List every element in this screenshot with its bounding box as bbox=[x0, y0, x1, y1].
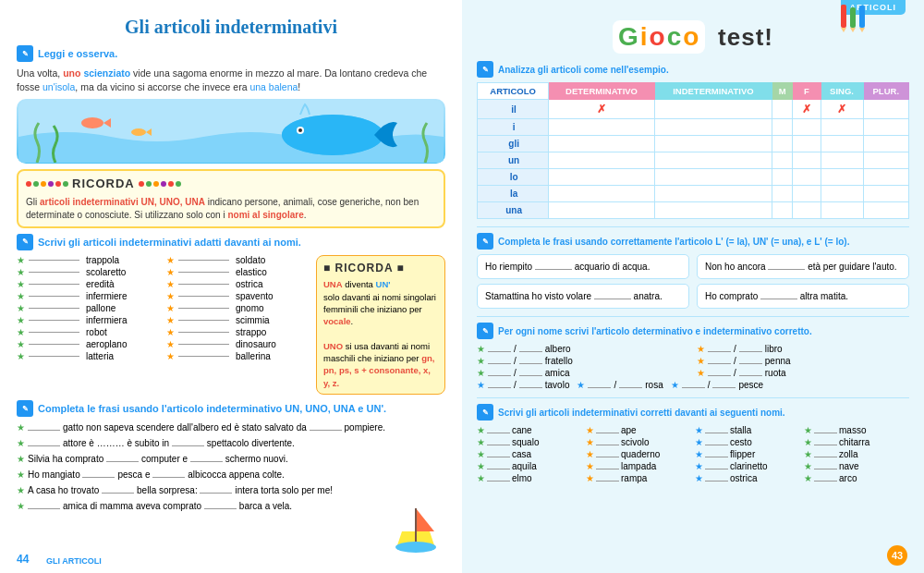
list-item: ★ape bbox=[586, 425, 691, 435]
td-ind bbox=[654, 169, 772, 186]
divider-2 bbox=[477, 316, 909, 317]
svg-point-6 bbox=[131, 128, 146, 136]
td-articolo: i bbox=[478, 119, 549, 136]
td-m bbox=[772, 202, 792, 219]
table-row: il ✗ ✗ ✗ bbox=[478, 100, 909, 119]
pencils-decoration bbox=[836, 5, 873, 34]
list-item: ★pallone bbox=[17, 303, 157, 313]
list-item: ★/rosa bbox=[577, 380, 663, 390]
page-num-left: 44 bbox=[17, 553, 29, 566]
exercise3-section: ✎ Completa le frasi usando l'articolo in… bbox=[17, 400, 445, 513]
list-item: ★elastico bbox=[166, 267, 307, 277]
td-articolo: il bbox=[478, 100, 549, 119]
list-item: ★robot bbox=[17, 327, 157, 337]
list-item: ★infermiera bbox=[17, 315, 157, 325]
table-row: la bbox=[478, 186, 909, 202]
list-item: ★/fratello bbox=[477, 356, 689, 366]
td-plur bbox=[863, 186, 908, 202]
list-item: ★aquila bbox=[477, 461, 582, 471]
td-det bbox=[549, 186, 655, 202]
td-sing bbox=[821, 169, 863, 186]
exercise4-icon: ✎ bbox=[477, 404, 493, 421]
section1-label: ✎ Leggi e osserva. bbox=[17, 45, 445, 62]
list-item: ★Silvia ha comprato computer e schermo n… bbox=[17, 453, 445, 466]
ricorda2-title: ■ RICORDA ■ bbox=[323, 261, 438, 276]
td-sing: ✗ bbox=[821, 100, 863, 119]
name-pairs-grid: ★/albero ★/libro ★/fratello ★/penna ★/am… bbox=[477, 344, 909, 378]
td-ind bbox=[654, 119, 772, 136]
name-pairs-col3: ★/tavolo ★/rosa ★/pesce bbox=[477, 380, 909, 390]
table-row: i bbox=[478, 119, 909, 136]
title-test: test! bbox=[718, 23, 773, 51]
list-item: ★/libro bbox=[697, 344, 909, 354]
td-plur bbox=[863, 152, 908, 169]
fill-boxes: Ho riempito acquario di acqua. Non ho an… bbox=[477, 254, 909, 279]
table-row: lo bbox=[478, 169, 909, 186]
exercise3-label: ✎ Completa le frasi usando l'articolo in… bbox=[17, 400, 445, 417]
list-item: ★infermiere bbox=[17, 291, 157, 301]
divider-1 bbox=[477, 226, 909, 227]
list-item: ★/ruota bbox=[697, 368, 909, 378]
td-m bbox=[772, 186, 792, 202]
list-item: ★arco bbox=[804, 473, 909, 483]
gioco-box: Gioco bbox=[613, 20, 705, 54]
exercise2-section: ✎ Completa le frasi usando correttamente… bbox=[477, 233, 909, 309]
list-item: ★soldato bbox=[166, 255, 307, 265]
th-m: M bbox=[772, 83, 792, 100]
intro-text: Una volta, uno scienziato vide una sagom… bbox=[17, 67, 445, 93]
list-item: ★aeroplano bbox=[17, 339, 157, 349]
section1-icon: ✎ bbox=[17, 45, 33, 62]
td-f bbox=[793, 136, 821, 152]
svg-point-5 bbox=[81, 117, 103, 128]
td-f bbox=[793, 119, 821, 136]
td-det bbox=[549, 202, 655, 219]
td-plur bbox=[863, 100, 908, 119]
svg-marker-14 bbox=[850, 28, 856, 32]
ricorda-box-1: RICORDA Gli articoli indeterminativi UN,… bbox=[17, 169, 445, 227]
exercise2-grid: ★trappola ★scolaretto ★eredità ★infermie… bbox=[17, 255, 445, 395]
table-row: gli bbox=[478, 136, 909, 152]
th-indeterminativo: INDETERMINATIVO bbox=[654, 83, 772, 100]
words-left: ★trappola ★scolaretto ★eredità ★infermie… bbox=[17, 255, 157, 395]
td-det: ✗ bbox=[549, 100, 655, 119]
list-item: ★trappola bbox=[17, 255, 157, 265]
exercise3-icon: ✎ bbox=[17, 400, 33, 417]
list-item: ★scimmia bbox=[166, 315, 307, 325]
words-right: ★soldato ★elastico ★ostrica ★spavento ★g… bbox=[166, 255, 307, 395]
list-item: ★casa bbox=[477, 449, 582, 459]
svg-point-2 bbox=[282, 115, 383, 155]
ricorda-title-1: RICORDA bbox=[26, 176, 436, 192]
svg-rect-13 bbox=[850, 7, 856, 28]
svg-rect-11 bbox=[841, 5, 846, 28]
td-det bbox=[549, 169, 655, 186]
exercise3-icon: ✎ bbox=[477, 323, 493, 339]
td-det bbox=[549, 152, 655, 169]
list-item: ★Ho mangiato pesca e albicocca appena co… bbox=[17, 469, 445, 482]
whale-illustration bbox=[17, 99, 445, 164]
th-sing: SING. bbox=[821, 83, 863, 100]
svg-marker-8 bbox=[416, 508, 434, 531]
td-articolo: lo bbox=[478, 169, 549, 186]
svg-point-4 bbox=[298, 128, 302, 132]
td-ind bbox=[654, 136, 772, 152]
list-item: ★/amica bbox=[477, 368, 689, 378]
td-ind bbox=[654, 202, 772, 219]
list-item: ★strappo bbox=[166, 327, 307, 337]
td-sing bbox=[821, 119, 863, 136]
td-sing bbox=[821, 136, 863, 152]
list-item: ★cesto bbox=[695, 437, 800, 447]
exercise3-section: ✎ Per ogni nome scrivi l'articolo determ… bbox=[477, 323, 909, 390]
list-item: ★/penna bbox=[697, 356, 909, 366]
td-sing bbox=[821, 202, 863, 219]
exercise2-icon: ✎ bbox=[17, 234, 33, 250]
td-det bbox=[549, 136, 655, 152]
th-f: F bbox=[793, 83, 821, 100]
td-plur bbox=[863, 202, 908, 219]
list-item: ★flipper bbox=[695, 449, 800, 459]
td-plur bbox=[863, 169, 908, 186]
exercise2-section: ✎ Scrivi gli articoli indeterminativi ad… bbox=[17, 234, 445, 395]
list-item: ★A casa ho trovato bella sorpresa: inter… bbox=[17, 484, 445, 497]
td-articolo: un bbox=[478, 152, 549, 169]
list-item: ★zolla bbox=[804, 449, 909, 459]
list-item: ★/albero bbox=[477, 344, 689, 354]
